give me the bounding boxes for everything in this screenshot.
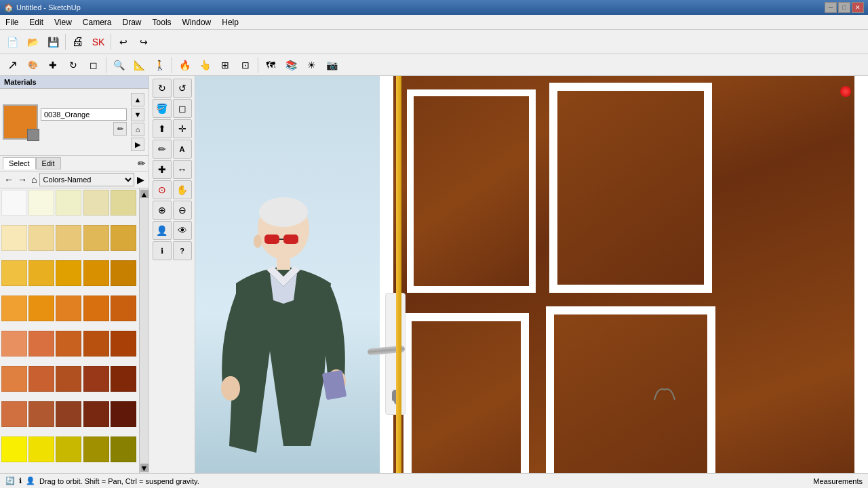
color-ltyellow4[interactable] [83,225,109,251]
color-brightyellow5[interactable] [111,436,136,462]
color-orange5[interactable] [111,296,136,321]
color-cream2[interactable] [56,190,81,216]
print-button[interactable]: 🖨 [68,33,87,52]
edit-tab[interactable]: Edit [36,157,61,169]
rotate-ccw-tool[interactable]: ↺ [173,79,192,98]
select-tool-btn[interactable]: ↗ [3,56,22,75]
color-orange2[interactable] [28,296,54,321]
color-ltyellow1[interactable] [1,225,27,251]
color-dorange4[interactable] [83,331,109,357]
erase-tool-btn[interactable]: ◻ [84,56,103,75]
axes-tool[interactable]: ✚ [153,160,172,179]
color-brightyellow4[interactable] [83,436,109,462]
color-brown5[interactable] [111,401,136,427]
undo-button[interactable]: ↩ [114,33,133,52]
fire-btn[interactable]: 🔥 [175,56,194,75]
layers-btn[interactable]: 📚 [281,56,300,75]
color-yellow2[interactable] [28,260,54,286]
zoom-extent-btn[interactable]: ⊞ [216,56,235,75]
orbit-tool[interactable]: ⊙ [153,180,172,199]
menu-window[interactable]: Window [177,16,217,28]
color-cream3[interactable] [83,190,109,216]
cross-tool-btn[interactable]: ✚ [43,56,62,75]
color-dorange1[interactable] [1,331,27,357]
menu-edit[interactable]: Edit [24,16,49,28]
select-tab[interactable]: Select [3,157,36,169]
redo-button[interactable]: ↪ [134,33,153,52]
map-btn[interactable]: 🗺 [261,56,280,75]
maximize-button[interactable]: □ [838,2,850,13]
text-tool[interactable]: A [173,140,192,159]
color-burnt5[interactable] [111,366,136,392]
camera-btn[interactable]: 📷 [322,56,341,75]
color-ltyellow3[interactable] [56,225,81,251]
eye-tool[interactable]: 👁 [173,221,192,240]
menu-view[interactable]: View [49,16,77,28]
menu-help[interactable]: Help [216,16,244,28]
color-burnt2[interactable] [28,366,54,392]
nav-forward-btn[interactable]: → [16,174,28,185]
panel-home-btn[interactable]: ⌂ [131,123,144,136]
nav-home-btn[interactable]: ⌂ [30,174,38,185]
pointer-btn[interactable]: 👆 [195,56,214,75]
color-burnt4[interactable] [83,366,109,392]
eraser-tool[interactable]: ◻ [173,99,192,118]
color-grid-scrollbar[interactable]: ▲ ▼ [139,188,149,473]
menu-file[interactable]: File [0,16,24,28]
panel-down-btn[interactable]: ▼ [131,108,144,121]
color-cream4[interactable] [111,190,136,216]
color-orange4[interactable] [83,296,109,321]
nav-details-btn[interactable]: ▶ [136,174,146,185]
color-burnt1[interactable] [1,366,27,392]
color-orange3[interactable] [56,296,81,321]
pencil-tool[interactable]: ✏ [153,140,172,159]
nav-back-btn[interactable]: ← [3,174,15,185]
color-cream1[interactable] [28,190,54,216]
panel-next-btn[interactable]: ▶ [131,138,144,151]
color-brown1[interactable] [1,401,27,427]
rotate-tool-btn[interactable]: ↻ [64,56,83,75]
new-button[interactable]: 📄 [3,33,22,52]
color-ltyellow2[interactable] [28,225,54,251]
rotate-cw-tool[interactable]: ↻ [153,79,172,98]
color-orange1[interactable] [1,296,27,321]
eyedropper-btn[interactable]: ✏ [113,122,127,136]
color-dorange3[interactable] [56,331,81,357]
push-pull-tool[interactable]: ⬆ [153,119,172,138]
menu-draw[interactable]: Draw [117,16,147,28]
move-tool[interactable]: ✛ [173,119,192,138]
sun-btn[interactable]: ☀ [302,56,321,75]
panel-up-btn[interactable]: ▲ [131,93,144,106]
color-brown3[interactable] [56,401,81,427]
color-brightyellow1[interactable] [1,436,27,462]
color-white[interactable] [1,190,27,216]
info-tool[interactable]: ℹ [153,241,172,260]
close-button[interactable]: ✕ [852,2,864,13]
minimize-button[interactable]: ─ [825,2,837,13]
color-dorange5[interactable] [111,331,136,357]
color-ltyellow5[interactable] [111,225,136,251]
color-yellow5[interactable] [111,260,136,286]
color-name-input[interactable] [41,108,127,121]
eyedropper-icon[interactable]: ✏ [138,158,146,169]
zoom-in-tool[interactable]: ⊕ [153,201,172,220]
zoom-btn[interactable]: 🔍 [109,56,128,75]
walk-btn[interactable]: 🚶 [150,56,169,75]
color-yellow3[interactable] [56,260,81,286]
color-dorange2[interactable] [28,331,54,357]
dimension-tool[interactable]: ↔ [173,160,192,179]
help-tool[interactable]: ? [173,241,192,260]
color-yellow4[interactable] [83,260,109,286]
canvas-area[interactable] [195,76,868,473]
hand-tool[interactable]: ✋ [173,180,192,199]
open-button[interactable]: 📂 [23,33,42,52]
color-brown4[interactable] [83,401,109,427]
menu-tools[interactable]: Tools [147,16,177,28]
paint-bucket-tool[interactable]: 🪣 [153,99,172,118]
menu-camera[interactable]: Camera [77,16,117,28]
color-brightyellow2[interactable] [28,436,54,462]
color-brightyellow3[interactable] [56,436,81,462]
color-brown2[interactable] [28,401,54,427]
color-burnt3[interactable] [56,366,81,392]
measure-btn[interactable]: 📐 [130,56,149,75]
